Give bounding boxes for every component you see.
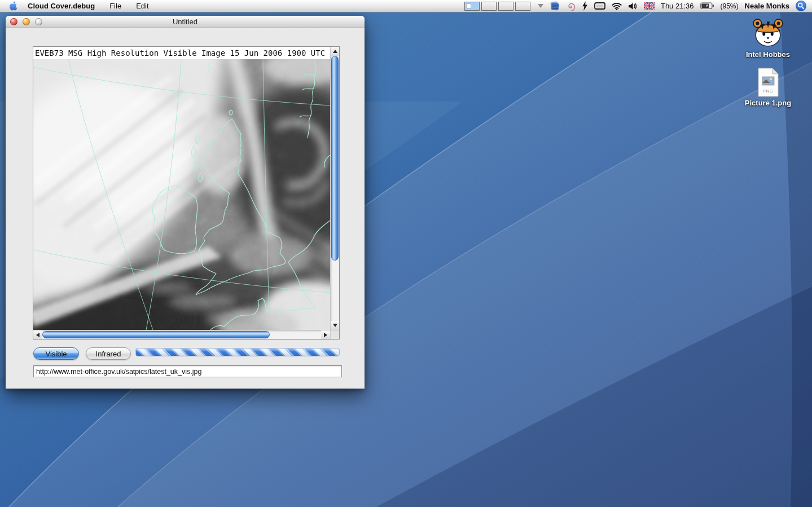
desktop-icon-intel-hobbes[interactable]: Intel Hobbes <box>734 17 802 59</box>
battery-percent[interactable]: (95%) <box>721 2 739 10</box>
satellite-image-caption: EVEB73 MSG High Resolution Visible Image… <box>33 47 330 59</box>
progress-gloss <box>136 349 339 356</box>
desktop-pager[interactable] <box>464 2 530 11</box>
window-title: Untitled <box>6 17 365 26</box>
apple-menu[interactable] <box>9 1 17 11</box>
menu-bar: Cloud Cover.debug File Edit <box>0 0 812 12</box>
satellite-image-frame: EVEB73 MSG High Resolution Visible Image… <box>33 47 339 339</box>
vertical-scrollbar[interactable] <box>330 47 339 330</box>
app-menu-title[interactable]: Cloud Cover.debug <box>28 2 95 10</box>
satellite-image <box>33 59 330 330</box>
up-arrow-icon <box>333 50 337 53</box>
apple-icon <box>9 1 17 11</box>
stack-icon[interactable] <box>550 1 560 11</box>
desktop-icon-label: Intel Hobbes <box>746 50 790 59</box>
uk-flag-icon[interactable] <box>644 2 655 10</box>
menu-edit[interactable]: Edit <box>136 2 148 10</box>
desktop-icon-picture-1[interactable]: PNG Picture 1.png <box>734 68 802 107</box>
hobbes-tiger-icon <box>752 17 784 49</box>
battery-icon[interactable] <box>700 2 714 10</box>
infrared-button[interactable]: Infrared <box>86 347 131 360</box>
pager-desktop-1[interactable] <box>464 2 480 11</box>
menubar-clock[interactable]: Thu 21:36 <box>661 2 694 10</box>
png-file-icon: PNG <box>756 68 780 97</box>
menu-file[interactable]: File <box>109 2 121 10</box>
display-icon[interactable] <box>594 2 605 10</box>
spiral-icon[interactable] <box>566 1 576 11</box>
horizontal-scrollbar[interactable] <box>33 330 330 339</box>
minimize-button[interactable] <box>23 18 30 25</box>
indeterminate-progress-bar <box>135 348 340 356</box>
scroll-left-button[interactable] <box>33 330 42 339</box>
pager-desktop-4[interactable] <box>515 2 530 11</box>
fast-user-switch-menu[interactable]: Neale Monks <box>745 2 789 10</box>
url-input[interactable] <box>33 365 342 377</box>
left-arrow-icon <box>36 333 39 337</box>
volume-icon[interactable] <box>628 2 638 10</box>
scroll-down-button[interactable] <box>331 321 339 330</box>
pager-dropdown-arrow-icon[interactable] <box>538 4 543 8</box>
vertical-scrollbar-thumb[interactable] <box>331 56 339 261</box>
close-button[interactable] <box>10 18 17 25</box>
menubar-status-area: Thu 21:36 (95%) Neale Monks <box>464 0 812 12</box>
spotlight-icon[interactable] <box>796 1 806 11</box>
png-badge: PNG <box>756 89 780 94</box>
scroll-right-button[interactable] <box>321 330 330 339</box>
right-arrow-icon <box>324 333 327 337</box>
visible-button[interactable]: Visible <box>33 347 79 360</box>
active-desktop-indicator <box>466 3 471 8</box>
down-arrow-icon <box>333 324 337 327</box>
bolt-icon[interactable] <box>582 1 588 11</box>
wifi-icon[interactable] <box>612 2 622 10</box>
horizontal-scrollbar-thumb[interactable] <box>42 331 270 338</box>
menubar-left: Cloud Cover.debug File Edit <box>0 0 149 12</box>
pager-desktop-3[interactable] <box>498 2 513 11</box>
window-titlebar[interactable]: Untitled <box>6 16 365 28</box>
scroll-up-button[interactable] <box>331 47 339 56</box>
desktop: Cloud Cover.debug File Edit <box>0 0 812 507</box>
pager-desktop-2[interactable] <box>481 2 497 11</box>
scrollbar-corner <box>330 330 339 339</box>
untitled-window: Untitled EVEB73 MSG High Resolution Visi… <box>6 16 365 389</box>
desktop-icon-label: Picture 1.png <box>745 99 791 107</box>
zoom-button[interactable] <box>35 18 42 25</box>
